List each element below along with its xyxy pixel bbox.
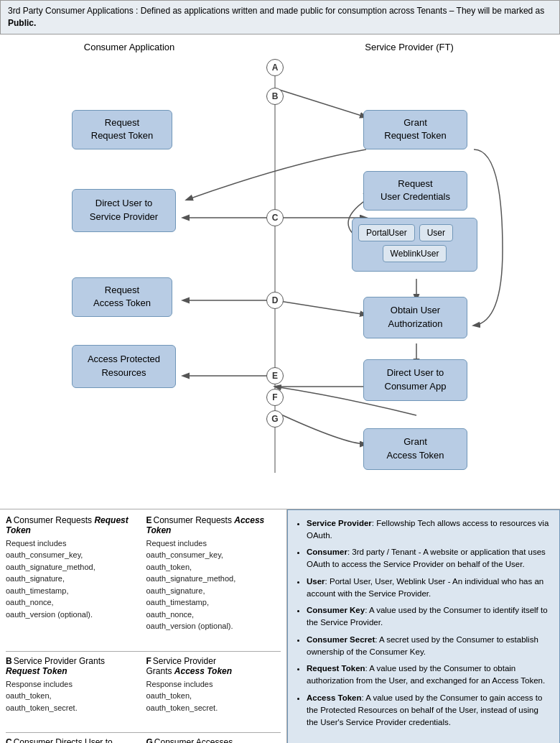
user-box: User (419, 224, 453, 241)
bottom-section: AConsumer Requests Request Token Request… (0, 509, 560, 743)
circle-d: D (266, 292, 284, 309)
legend-item-g: GConsumer AccessesProtected Resources Re… (146, 737, 281, 743)
glossary-item-consumer-secret: Consumer Secret: A secret used by the Co… (307, 634, 551, 659)
portal-user-box: PortalUser (358, 224, 415, 241)
legend-row-3: CConsumer Directs User toService Provide… (6, 737, 281, 743)
legend-letter-a: A (6, 515, 12, 525)
legend-letter-c: C (6, 737, 12, 743)
legend-desc-a: Request includesoauth_consumer_key,oauth… (6, 537, 141, 621)
header-bold: Public. (8, 18, 36, 28)
direct-user-service-box: Direct User toService Provider (72, 189, 176, 232)
glossary-panel: Service Provider: Fellowship Tech allows… (287, 509, 560, 743)
legend-desc-e: Request includesoauth_consumer_key,oauth… (146, 537, 281, 632)
legend-item-e: EConsumer Requests Access Token Request … (146, 515, 281, 632)
circle-e: E (266, 367, 284, 384)
grant-request-token-box: GrantRequest Token (363, 110, 467, 149)
circle-c: C (266, 209, 284, 226)
weblink-user-box: WeblinkUser (383, 245, 447, 262)
legend-letter-f: F (146, 656, 151, 666)
glossary-item-request-token: Request Token: A value used by the Consu… (307, 663, 551, 688)
legend-item-a: AConsumer Requests Request Token Request… (6, 515, 141, 632)
legend-letter-g: G (146, 737, 153, 743)
header-banner: 3rd Party Consumer Applications : Define… (0, 0, 560, 34)
legend-title-e: Consumer Requests Access Token (146, 515, 265, 535)
col-label-right: Service Provider (FT) (330, 42, 488, 52)
legend-letter-e: E (146, 515, 152, 525)
header-text: 3rd Party Consumer Applications : Define… (8, 6, 544, 16)
svg-line-5 (275, 300, 366, 315)
user-group-box: PortalUser User WeblinkUser (352, 218, 477, 272)
circle-b: B (266, 88, 284, 105)
legend-title-b: Service Provider Grants Request Token (6, 656, 105, 676)
legend-title-f: Service ProviderGrants Access Token (146, 656, 233, 676)
glossary-item-access-token: Access Token: A value used by the Consum… (307, 692, 551, 729)
arrows-svg (0, 34, 560, 509)
obtain-user-auth-box: Obtain UserAuthorization (363, 297, 467, 338)
circle-g: G (266, 410, 284, 428)
legend-item-b: BService Provider Grants Request Token R… (6, 656, 141, 714)
request-access-token-box: RequestAccess Token (72, 277, 172, 317)
diagram-area: Consumer Application Service Provider (F… (0, 34, 560, 509)
grant-access-token-box: GrantAccess Token (363, 428, 467, 470)
glossary-item-consumer: Consumer: 3rd party / Tenant - A website… (307, 546, 551, 571)
circle-f: F (266, 389, 284, 406)
legend-title-g: Consumer AccessesProtected Resources (146, 737, 233, 743)
direct-user-consumer-box: Direct User toConsumer App (363, 359, 467, 401)
legend-desc-f: Response includesoauth_token,oauth_token… (146, 678, 281, 714)
col-label-left: Consumer Application (50, 42, 208, 52)
glossary-item-user: User: Portal User, User, Weblink User - … (307, 576, 551, 601)
svg-line-1 (275, 88, 366, 117)
legend-row-1: AConsumer Requests Request Token Request… (6, 515, 281, 642)
glossary-item-consumer-key: Consumer Key: A value used by the Consum… (307, 604, 551, 629)
legend-left: AConsumer Requests Request Token Request… (0, 509, 287, 743)
legend-title-a: Consumer Requests Request Token (6, 515, 129, 535)
access-protected-box: Access ProtectedResources (72, 345, 176, 388)
request-user-creds-box: RequestUser Credentials (363, 171, 467, 211)
legend-letter-b: B (6, 656, 12, 666)
request-request-token-box: RequestRequest Token (72, 110, 172, 149)
legend-title-c: Consumer Directs User toService Provider (6, 737, 113, 743)
circle-a: A (266, 59, 284, 76)
glossary-list: Service Provider: Fellowship Tech allows… (297, 517, 551, 729)
legend-desc-b: Response includesoauth_token,oauth_token… (6, 678, 141, 714)
legend-item-c: CConsumer Directs User toService Provide… (6, 737, 141, 743)
glossary-item-sp: Service Provider: Fellowship Tech allows… (307, 517, 551, 543)
legend-item-f: FService ProviderGrants Access Token Res… (146, 656, 281, 714)
legend-row-2: BService Provider Grants Request Token R… (6, 656, 281, 724)
